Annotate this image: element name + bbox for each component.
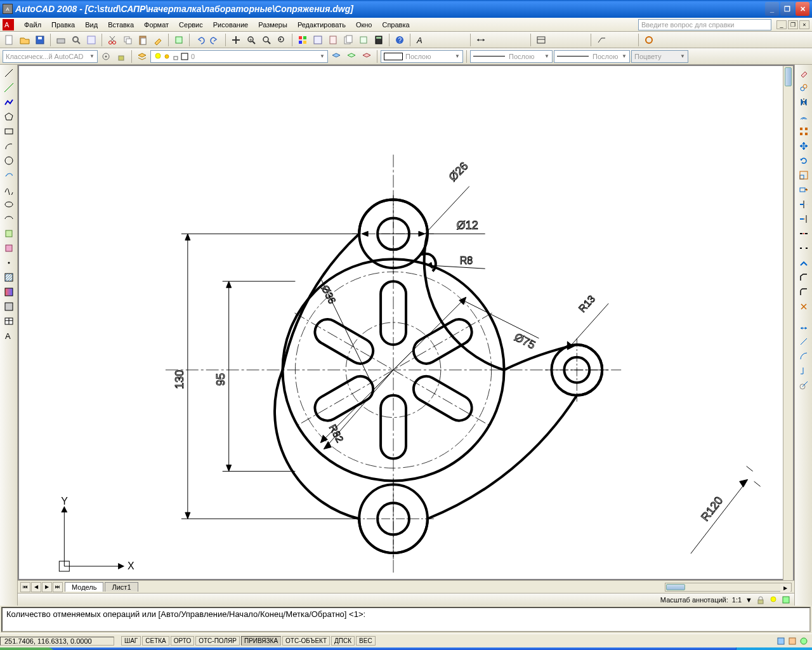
publish-button[interactable]	[84, 33, 98, 47]
dim-aligned-button[interactable]	[797, 335, 811, 348]
copy-obj-button[interactable]	[797, 81, 811, 95]
table-button[interactable]	[2, 314, 16, 328]
menu-help[interactable]: Справка	[377, 20, 414, 30]
ellipse-arc-button[interactable]	[2, 212, 16, 226]
layers-manager-button[interactable]	[135, 50, 149, 63]
menu-format[interactable]: Формат	[139, 20, 174, 30]
array-button[interactable]	[797, 124, 811, 138]
ellipse-button[interactable]	[2, 197, 16, 211]
blockeditor-button[interactable]	[172, 33, 186, 47]
pline-button[interactable]	[2, 95, 16, 109]
line-button[interactable]	[2, 66, 16, 80]
toggle-polar[interactable]: ОТС-ПОЛЯР	[195, 636, 240, 646]
lineweight-combo[interactable]: Послою▼	[554, 50, 630, 63]
rotate-button[interactable]	[797, 154, 811, 168]
tab-sheet1[interactable]: Лист1	[105, 582, 138, 592]
menu-insert[interactable]: Вставка	[103, 20, 139, 30]
gradient-button[interactable]	[2, 285, 16, 299]
region-button[interactable]	[2, 300, 16, 314]
horizontal-scrollbar[interactable]: ▶	[665, 583, 792, 592]
dim-radius-button[interactable]	[797, 378, 811, 392]
rectangle-button[interactable]	[2, 124, 16, 138]
workspace-combo[interactable]: Классическ...й AutoCAD▼	[3, 50, 98, 63]
revcloud-button[interactable]	[2, 168, 16, 182]
linetype-combo[interactable]: Послою▼	[470, 50, 553, 63]
toggle-lwt[interactable]: ВЕС	[356, 636, 376, 646]
menu-tools[interactable]: Сервис	[174, 20, 208, 30]
plotstyle-combo[interactable]: Поцвету▼	[631, 50, 688, 63]
layer-state-button[interactable]	[344, 50, 358, 63]
preview-button[interactable]	[69, 33, 83, 47]
command-line[interactable]: Количество отменяемых операций или [Авто…	[1, 607, 811, 632]
plot-button[interactable]	[54, 33, 68, 47]
start-button[interactable]: пуск	[0, 647, 55, 650]
tray-icon-1[interactable]	[776, 637, 785, 646]
layer-prev-button[interactable]	[329, 50, 343, 63]
xline-button[interactable]	[2, 81, 16, 95]
markup-button[interactable]	[357, 33, 370, 47]
point-button[interactable]	[2, 256, 16, 270]
dimstyle-button[interactable]	[474, 33, 488, 47]
menu-window[interactable]: Окно	[351, 20, 377, 30]
close-button[interactable]: ✕	[796, 2, 809, 16]
dim-arc-button[interactable]	[797, 349, 811, 363]
coords-display[interactable]: 251.7406, 116.6313, 0.0000	[0, 637, 114, 646]
zoom-win-button[interactable]	[259, 33, 273, 47]
fillet-button[interactable]	[797, 285, 811, 299]
menu-dimension[interactable]: Размеры	[253, 20, 292, 30]
erase-button[interactable]	[797, 66, 811, 80]
open-button[interactable]	[18, 33, 32, 47]
mdi-close-button[interactable]: ×	[799, 20, 809, 29]
properties-button[interactable]	[296, 33, 310, 47]
mdi-restore-button[interactable]: ❐	[788, 20, 798, 29]
tab-first-button[interactable]: ⏮	[20, 582, 30, 592]
menu-file[interactable]: Файл	[19, 20, 46, 30]
model-canvas[interactable]: Y X	[19, 66, 793, 579]
redo-button[interactable]	[208, 33, 222, 47]
save-button[interactable]	[33, 33, 47, 47]
polygon-button[interactable]	[2, 110, 16, 124]
workspace-lock-button[interactable]	[114, 50, 128, 63]
anno-visibility-icon[interactable]	[769, 595, 778, 604]
textstyle-button[interactable]: A	[414, 33, 428, 47]
dim-linear-button[interactable]	[797, 320, 811, 334]
explode-button[interactable]	[797, 300, 811, 314]
toggle-otrack[interactable]: ОТС-ОБЪЕКТ	[282, 636, 330, 646]
sheetset-button[interactable]	[341, 33, 355, 47]
maximize-button[interactable]: ❐	[780, 2, 794, 16]
toggle-osnap[interactable]: ПРИВЯЗКА	[241, 636, 281, 646]
help-button[interactable]: ?	[393, 33, 407, 47]
tab-next-button[interactable]: ▶	[42, 582, 52, 592]
matchprop-button[interactable]	[151, 33, 165, 47]
toggle-ducs[interactable]: ДПСК	[331, 636, 355, 646]
toolpalettes-button[interactable]	[326, 33, 340, 47]
tablestyle-button[interactable]	[534, 33, 548, 47]
mirror-button[interactable]	[797, 95, 811, 109]
dim-ordinate-button[interactable]	[797, 364, 811, 378]
menu-view[interactable]: Вид	[80, 20, 103, 30]
tray-icon-2[interactable]	[788, 637, 797, 646]
offset-button[interactable]	[797, 110, 811, 124]
join-button[interactable]	[797, 256, 811, 270]
pan-button[interactable]	[229, 33, 243, 47]
vertical-scrollbar[interactable]	[783, 66, 793, 580]
layer-iso-button[interactable]	[360, 50, 374, 63]
toggle-grid[interactable]: СЕТКА	[142, 636, 169, 646]
anno-scale-value[interactable]: 1:1	[732, 596, 742, 604]
menu-edit[interactable]: Правка	[46, 20, 80, 30]
block-button[interactable]	[2, 227, 16, 241]
new-button[interactable]	[3, 33, 16, 47]
color-combo[interactable]: Послою▼	[381, 50, 463, 63]
copy-button[interactable]	[121, 33, 134, 47]
trim-button[interactable]	[797, 197, 811, 211]
toggle-ortho[interactable]: ОРТО	[171, 636, 194, 646]
tab-model[interactable]: Модель	[65, 582, 103, 592]
stretch-button[interactable]	[797, 183, 811, 197]
chamfer-button[interactable]	[797, 270, 811, 284]
mdi-minimize-button[interactable]: _	[776, 20, 787, 29]
tray-icon-3[interactable]	[799, 637, 808, 646]
hatch-button[interactable]	[2, 270, 16, 284]
anno-auto-icon[interactable]	[782, 595, 790, 604]
break-button[interactable]	[797, 241, 811, 255]
mleaderstyle-button[interactable]	[594, 33, 608, 47]
